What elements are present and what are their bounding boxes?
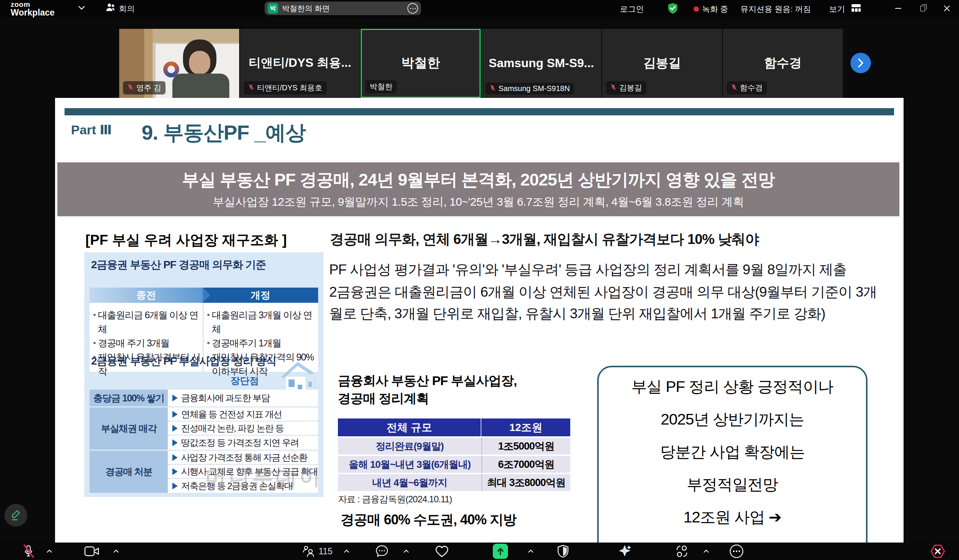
slide-banner: 부실 부동산 PF 경공매, 24년 9월부터 본격화, 2025년 상반기까지… xyxy=(57,162,899,216)
title-bar: zoom Workplace 회의 박 박철한의 화면 로그인 녹화 중 뮤지션… xyxy=(0,0,959,17)
mic-muted-icon xyxy=(127,83,134,92)
chevron-down-icon[interactable] xyxy=(78,5,85,12)
participant-filmstrip: 영주 김 티앤티/DYS 최용... 티앤티/DYS 최용호 박철한 박철한 S… xyxy=(0,29,959,98)
meeting-tab[interactable]: 회의 xyxy=(105,3,135,14)
arrow-bullet-icon xyxy=(172,395,178,401)
header-cell: 전체 규모 xyxy=(338,418,481,436)
shared-screen-title: 박철한의 화면 xyxy=(282,3,403,14)
arrow-bullet-icon xyxy=(172,439,178,446)
participant-name-plate: 김봉길 xyxy=(606,81,646,94)
more-button[interactable] xyxy=(729,544,744,559)
original-sound-toggle[interactable]: 뮤지션용 원음: 꺼짐 xyxy=(740,4,811,14)
security-button[interactable] xyxy=(558,544,569,558)
table-row: 정리완료(9월말) 1조5000억원 xyxy=(338,438,570,455)
table-row: 올해 10월~내년 3월(6개월내) 6조7000억원 xyxy=(338,456,570,473)
body-paragraphs: PF 사업성 평가결과 '유의'와 '부실우려' 등급 사업장의 정리 계획서를… xyxy=(329,259,886,325)
ai-companion-button[interactable] xyxy=(618,544,633,559)
recording-label: 녹화 중 xyxy=(702,4,728,14)
apps-options-chevron[interactable] xyxy=(703,549,709,553)
center-table-title: 금융회사 부동산 PF 부실사업장, 경공매 정리계획 xyxy=(338,372,517,407)
slide-title: 9. 부동산PF _예상 xyxy=(142,119,306,147)
next-participants-button[interactable] xyxy=(851,53,871,73)
security-shield-icon[interactable] xyxy=(667,3,678,16)
end-meeting-button[interactable] xyxy=(929,544,946,559)
logo-workplace-text: Workplace xyxy=(11,8,55,17)
avatar: 박 xyxy=(268,3,278,14)
bullet-icon xyxy=(207,342,210,344)
paragraph: 2금융권은 대출원리금이 6개월 이상 연체된 사업장이 경공매 의무 대상(9… xyxy=(329,281,886,325)
mute-button[interactable] xyxy=(22,544,35,558)
video-button[interactable] xyxy=(84,546,99,557)
view-button[interactable]: 보기 xyxy=(829,4,845,14)
close-button[interactable] xyxy=(935,0,959,17)
callout-line: 2025년 상반기까지는 xyxy=(599,409,866,430)
outlook-callout-box: 부실 PF 정리 상황 긍정적이나 2025년 상반기까지는 당분간 사업 확장… xyxy=(597,366,868,542)
view-grid-icon[interactable] xyxy=(851,4,861,14)
chat-button[interactable] xyxy=(375,544,389,558)
mute-options-chevron[interactable] xyxy=(46,549,53,553)
participant-name-plate: 박철한 xyxy=(366,80,397,93)
participant-tile[interactable]: 함수경 함수경 xyxy=(723,29,843,98)
header-cell: 12조원 xyxy=(481,418,570,436)
shared-screen-slide: Part Ⅲ 9. 부동산PF _예상 부실 부동산 PF 경공매, 24년 9… xyxy=(55,98,903,542)
login-button[interactable]: 로그인 xyxy=(620,4,644,14)
minimize-button[interactable] xyxy=(886,0,910,17)
annotate-button[interactable] xyxy=(5,504,27,527)
box2-title: 2금융권 부동산 PF 부실사업장 정리 방식 xyxy=(91,354,276,368)
participants-count: 115 xyxy=(319,546,333,557)
before-item: 대출원리금 6개월 이상 연체 xyxy=(98,308,201,336)
apps-button[interactable] xyxy=(675,544,689,558)
banner-subline: 부실사업장 12조원 규모, 9월말까지 1.5조 정리, 10~'25년 3월… xyxy=(57,194,899,210)
reactions-button[interactable] xyxy=(435,544,449,558)
participants-button[interactable]: 115 xyxy=(302,545,333,558)
participant-tile-active-speaker[interactable]: 박철한 박철한 xyxy=(361,29,481,98)
callout-line: 공사진척 2025년 하반기 ~ 2026년 xyxy=(599,539,866,542)
after-item: 대출원리금 3개월 이상 연체 xyxy=(212,308,316,336)
video-options-chevron[interactable] xyxy=(113,549,119,553)
bullet-icon xyxy=(93,314,96,316)
chat-options-chevron[interactable] xyxy=(403,549,409,553)
banner-headline: 부실 부동산 PF 경공매, 24년 9월부터 본격화, 2025년 상반기까지… xyxy=(57,169,899,191)
participants-icon xyxy=(105,3,115,14)
participants-options-chevron[interactable] xyxy=(344,549,350,553)
participant-display-name: 티앤티/DYS 최용... xyxy=(240,55,360,71)
cell: 6조7000억원 xyxy=(481,456,570,473)
row-label: 부실채권 매각 xyxy=(89,407,168,450)
table-row: 충당금 100% 쌓기 금융회사에 과도한 부담 xyxy=(89,390,318,406)
more-options-icon[interactable] xyxy=(407,3,418,14)
shared-screen-pill[interactable]: 박 박철한의 화면 xyxy=(264,2,421,15)
zoom-workplace-logo: zoom Workplace xyxy=(11,1,55,17)
recording-indicator[interactable]: 녹화 중 xyxy=(694,4,728,14)
participant-tile[interactable]: 김봉길 김봉길 xyxy=(602,29,722,98)
participant-name: 티앤티/DYS 최용호 xyxy=(257,83,322,93)
participant-display-name: 김봉길 xyxy=(602,55,722,72)
restore-button[interactable] xyxy=(910,0,935,17)
before-after-header: 종전 개정 xyxy=(89,288,318,303)
arrow-bullet-icon xyxy=(172,411,178,418)
zoom-meeting-window: zoom Workplace 회의 박 박철한의 화면 로그인 녹화 중 뮤지션… xyxy=(0,0,959,560)
share-options-chevron[interactable] xyxy=(528,549,534,553)
row-item: 연체율 등 건전성 지표 개선 xyxy=(181,408,282,420)
participant-name: Samsung SM-S918N xyxy=(499,84,570,93)
participant-tile[interactable]: 영주 김 xyxy=(119,29,239,98)
before-item: 경공매 주기 3개월 xyxy=(98,336,169,350)
share-screen-button[interactable] xyxy=(493,544,508,559)
participant-tile[interactable]: Samsung SM-S9... Samsung SM-S918N xyxy=(481,29,601,98)
col-before-label: 종전 xyxy=(89,288,203,303)
meeting-tab-label: 회의 xyxy=(119,3,135,14)
participant-tile[interactable]: 티앤티/DYS 최용... 티앤티/DYS 최용호 xyxy=(240,29,360,98)
participant-name: 김봉길 xyxy=(619,83,642,93)
row-label: 경공매 처분 xyxy=(89,451,168,493)
mic-muted-icon xyxy=(489,84,496,93)
footnote: 경공매 60% 수도권, 40% 지방 xyxy=(341,511,516,529)
mic-muted-icon xyxy=(731,83,737,92)
participant-name-plate: Samsung SM-S918N xyxy=(485,83,574,94)
paragraph: PF 사업성 평가결과 '유의'와 '부실우려' 등급 사업장의 정리 계획서를… xyxy=(329,259,886,280)
participant-display-name: 함수경 xyxy=(723,55,843,72)
bullet-icon xyxy=(93,342,96,344)
meeting-toolbar: 115 xyxy=(0,542,959,560)
participant-display-name: 박철한 xyxy=(362,54,480,72)
callout-line: 부정적일전망 xyxy=(599,474,866,495)
callout-line: 당분간 사업 확장에는 xyxy=(599,442,866,463)
cell: 1조5000억원 xyxy=(481,438,570,455)
